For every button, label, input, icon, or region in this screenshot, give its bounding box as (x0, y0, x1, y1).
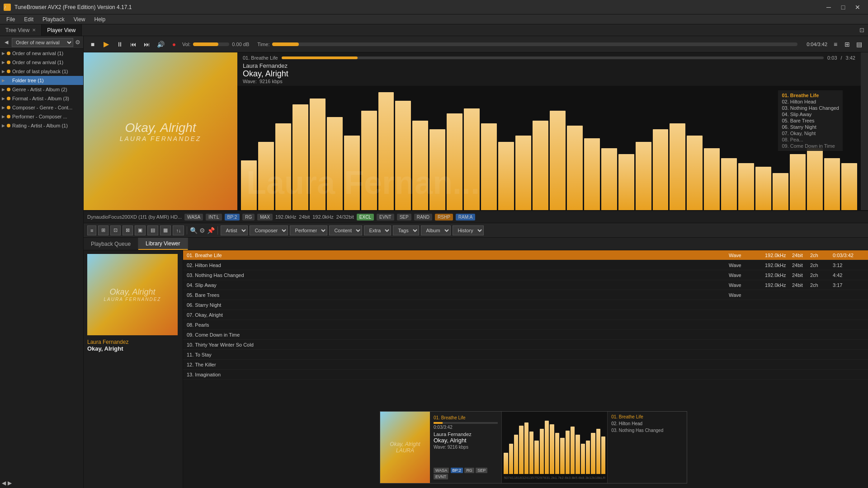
tl-item-1[interactable]: 02. Hilton Head (782, 99, 839, 105)
tab-tree-view-close[interactable]: ✕ (32, 28, 36, 33)
time-progress-bar[interactable] (272, 42, 797, 46)
ctrl-icons-right: ≡ ⊞ ▤ (830, 39, 864, 50)
tree-item-0[interactable]: ▶ Order of new arrival (1) (0, 49, 83, 58)
filter-tags[interactable]: Tags (393, 225, 419, 235)
filter-btn-detail[interactable]: ▤ (147, 225, 158, 235)
spectrum-bar (584, 138, 600, 211)
track-progress-bar[interactable] (282, 56, 824, 59)
track-time-end: 3:42 (846, 55, 855, 61)
tl-item-8[interactable]: 09. Come Down in Time (782, 143, 839, 149)
mini-art: Okay, Alright LAURA (380, 412, 430, 483)
tl-item-4[interactable]: 05. Bare Trees (782, 117, 839, 124)
mini-info: 01. Breathe Life 0:03/3:42 Laura Fernand… (430, 412, 502, 483)
tl-item-0[interactable]: 01. Breathe Life (782, 92, 839, 99)
prev-track-button[interactable]: ⏮ (128, 39, 139, 50)
pause-button[interactable]: ⏸ (114, 39, 125, 50)
view-mode-1[interactable]: ≡ (830, 39, 841, 50)
tree-item-1[interactable]: ▶ Order of new arrival (1) (0, 58, 83, 67)
filter-btn-art[interactable]: ⊠ (123, 225, 133, 235)
track-row-5[interactable]: 06. Starry Night (183, 300, 868, 310)
filter-btn-list[interactable]: ≡ (87, 225, 96, 235)
filter-artist[interactable]: Artist (221, 225, 248, 235)
tree-item-6[interactable]: ▶ Composer - Genre - Cont... (0, 103, 83, 112)
track-row-9[interactable]: 10. Thirty Year Winter So Cold (183, 340, 868, 350)
mini-tl-2[interactable]: 03. Nothing Has Changed (609, 427, 685, 434)
stop-button[interactable]: ■ (87, 39, 98, 50)
sidebar-bottom-right[interactable]: ▶ (8, 480, 12, 486)
track-row-2[interactable]: 03. Nothing Has Changed Wave 192.0kHz 24… (183, 270, 868, 280)
main-layout: ◀ Order of new arrival ⚙ ▶ Order of new … (0, 36, 868, 488)
filter-btn-full[interactable]: ▦ (160, 225, 171, 235)
album-sidebar: Okay, Alright LAURA FERNANDEZ Laura Fern… (84, 250, 183, 488)
filter-btn-tile[interactable]: ⊡ (110, 225, 121, 235)
filter-search-button[interactable]: 🔍 (190, 227, 198, 234)
tree-item-4[interactable]: ▶ Genre - Artist - Album (2) (0, 85, 83, 94)
tl-item-6[interactable]: 07. Okay, Night (782, 130, 839, 136)
maximize-button[interactable]: □ (836, 2, 850, 12)
view-mode-2[interactable]: ⊞ (842, 39, 853, 50)
mini-tl-0[interactable]: 01. Breathe Life (609, 413, 685, 420)
tl-item-5[interactable]: 06. Starry Night (782, 124, 839, 130)
sidebar-dropdown[interactable]: Order of new arrival (12, 38, 73, 47)
minimize-button[interactable]: ─ (822, 2, 835, 12)
view-mode-3[interactable]: ▤ (854, 39, 864, 50)
tl-item-2[interactable]: 03. Nothing Has Changed (782, 105, 839, 111)
filter-config-button[interactable]: ⚙ (199, 227, 205, 234)
tree-item-8[interactable]: ▶ Rating - Artist - Album (1) (0, 121, 83, 130)
play-button[interactable]: ▶ (101, 39, 112, 50)
track-row-10[interactable]: 11. To Stay (183, 350, 868, 360)
filter-btn-grid[interactable]: ⊞ (98, 225, 108, 235)
track-row-1[interactable]: 02. Hilton Head Wave 192.0kHz 24bit 2ch … (183, 260, 868, 270)
spectrum-bar (241, 160, 257, 210)
mute-button[interactable]: 🔊 (155, 39, 166, 50)
menu-playback[interactable]: Playback (38, 15, 69, 23)
tab-player-view[interactable]: Player View (42, 24, 81, 36)
filter-btn-sort[interactable]: ↑↓ (173, 225, 184, 235)
track-row-0[interactable]: 01. Breathe Life Wave 192.0kHz 24bit 2ch… (183, 250, 868, 260)
record-button[interactable]: ● (169, 39, 179, 50)
menu-view[interactable]: View (69, 15, 90, 23)
tab-library-viewer[interactable]: Library Viewer (138, 238, 188, 250)
tl-item-7[interactable]: 08. Pea... (782, 136, 839, 143)
filter-composer[interactable]: Composer (250, 225, 288, 235)
next-track-button[interactable]: ⏭ (142, 39, 152, 50)
track-row-6[interactable]: 07. Okay, Alright (183, 310, 868, 320)
tab-playback-queue[interactable]: Playback Queue (84, 238, 138, 250)
filter-btn-thumb[interactable]: ▣ (135, 225, 146, 235)
player-main: Okay, Alright LAURA FERNANDEZ 01. Breath… (84, 52, 868, 211)
volume-bar[interactable] (193, 42, 229, 46)
track-row-8[interactable]: 09. Come Down in Time (183, 330, 868, 340)
alb-art-title: Okay, Alright (104, 287, 161, 297)
sidebar-cog-icon[interactable]: ⚙ (75, 39, 80, 46)
track-row-11[interactable]: 12. The Killer (183, 360, 868, 370)
filter-album[interactable]: Album (421, 225, 451, 235)
menu-help[interactable]: Help (90, 15, 110, 23)
spectrum-scrollbar[interactable] (861, 52, 868, 210)
mini-spectrum: 50741161632413575297831.2k1.7k2.6k3.8k5.… (502, 412, 607, 483)
tab-tree-view[interactable]: Tree View ✕ (0, 24, 42, 36)
mini-tl-1[interactable]: 02. Hilton Head (609, 420, 685, 427)
filter-performer[interactable]: Performer (290, 225, 327, 235)
tl-item-3[interactable]: 04. Slip Away (782, 111, 839, 117)
tree-item-2[interactable]: ▶ Order of last playback (1) (0, 67, 83, 76)
tree-item-5[interactable]: ▶ Format - Artist - Album (3) (0, 94, 83, 103)
tree-item-3[interactable]: ▶ Folder tree (1) (0, 76, 83, 85)
track-row-7[interactable]: 08. Pearls (183, 320, 868, 330)
sidebar-bottom-left[interactable]: ◀ (2, 480, 6, 486)
filter-content[interactable]: Content (329, 225, 362, 235)
float-button[interactable]: ⊡ (856, 24, 868, 36)
filter-history[interactable]: History (453, 225, 484, 235)
menu-file[interactable]: File (2, 15, 19, 23)
spectrum-bar (498, 142, 514, 210)
tree-item-7[interactable]: ▶ Performer - Composer ... (0, 112, 83, 121)
menu-edit[interactable]: Edit (19, 15, 38, 23)
app-title: TuneBrowser AVX2 (Free Edition) Version … (14, 4, 822, 10)
track-row-12[interactable]: 13. Imagination (183, 370, 868, 380)
close-button[interactable]: ✕ (851, 2, 864, 12)
track-row-3[interactable]: 04. Slip Away Wave 192.0kHz 24bit 2ch 3:… (183, 280, 868, 290)
filter-extra[interactable]: Extra (364, 225, 391, 235)
track-row-4[interactable]: 05. Bare Trees Wave (183, 290, 868, 300)
filter-bar: ≡ ⊞ ⊡ ⊠ ▣ ▤ ▦ ↑↓ 🔍 ⚙ 📌 Artist Composer P… (84, 223, 868, 238)
sidebar-prev-btn[interactable]: ◀ (3, 39, 10, 45)
filter-pin-button[interactable]: 📌 (207, 227, 215, 234)
